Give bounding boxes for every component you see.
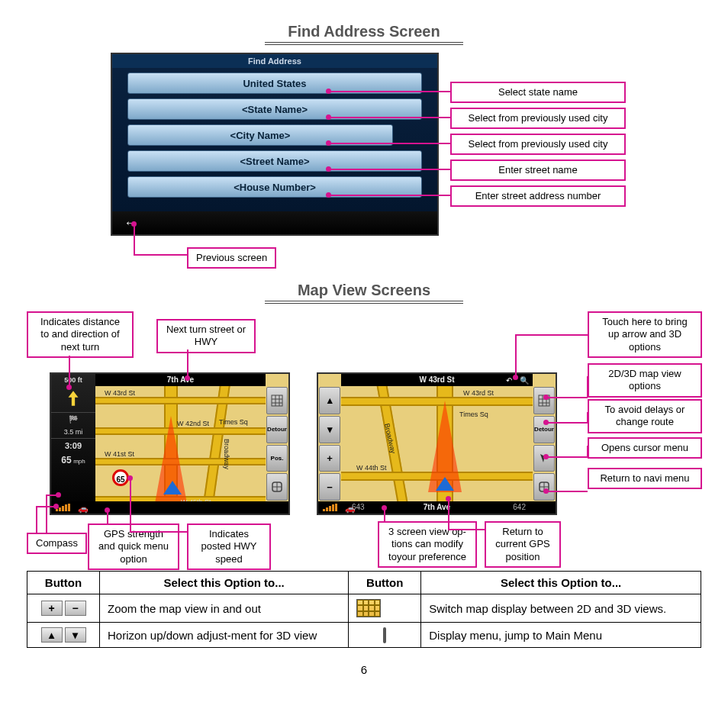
table-header-option: Select this Option to...	[100, 572, 349, 594]
current-time: 3:09	[51, 438, 95, 453]
zoom-desc: Zoom the map view in and out	[100, 594, 349, 623]
horizon-up-button[interactable]: ▴	[319, 387, 340, 414]
street-label: W 44th St	[356, 464, 387, 472]
menu-icon	[349, 623, 421, 648]
page-number: 6	[27, 663, 701, 676]
table-header-button: Button	[349, 572, 421, 594]
horizon-buttons-icon: ▴▾	[27, 623, 100, 648]
map-button-strip: Detour	[533, 386, 556, 501]
back-arrow-icon[interactable]: ←	[112, 211, 437, 234]
title-rule	[265, 42, 463, 45]
search-icon[interactable]: 🔍	[520, 376, 529, 385]
table-header-option: Select this Option to...	[421, 572, 701, 594]
position-button[interactable]: Pos.	[266, 445, 288, 472]
section-title-map-view: Map View Screens	[27, 282, 701, 299]
back-icon[interactable]: ↶	[506, 376, 512, 385]
turn-distance: 500 ft	[51, 374, 95, 386]
table-header-button: Button	[27, 572, 100, 594]
callout-2d3d: 2D/3D map view options	[588, 363, 702, 398]
callout-back: Previous screen	[187, 247, 276, 269]
route-distance: 3.5 mi	[51, 426, 95, 438]
zoom-buttons-icon: +−	[27, 594, 100, 623]
grid-view-icon	[349, 594, 421, 623]
callout-distance: Indicates distance to and direction of n…	[27, 311, 134, 358]
title-rule-2	[265, 301, 463, 304]
callout-state: Select state name	[450, 82, 626, 103]
callout-city2: Select from previously used city	[450, 134, 626, 155]
map-view-right[interactable]: W 43rd St Times Sq W 44th St Broadway W …	[317, 372, 557, 515]
street-label: Times Sq	[459, 411, 488, 418]
callout-compass: Compass	[27, 533, 87, 554]
map-view-block: 65 W 43rd St W 42nd St W 41st St Times S…	[27, 311, 701, 556]
callout-arrow3d: Touch here to bring up arrow and 3D opti…	[588, 311, 702, 358]
zoom-out-button[interactable]: −	[319, 473, 340, 501]
callout-cursor: Opens cursor menu	[588, 437, 702, 459]
coord-left: 643	[349, 501, 368, 514]
signal-bars-icon	[323, 504, 337, 511]
callout-street: Next turn street or HWY	[156, 319, 256, 353]
callout-detour: To avoid delays or change route	[588, 399, 702, 433]
grid-button[interactable]	[266, 387, 288, 414]
callout-house: Enter street address number	[450, 185, 626, 207]
speed-limit-sign: 65	[112, 469, 129, 486]
grid-desc: Switch map display between 2D and 3D vie…	[421, 594, 701, 623]
horizon-down-button[interactable]: ▾	[319, 416, 340, 443]
callout-street: Enter street name	[450, 159, 626, 181]
callout-speed: Indicates posted HWY speed	[187, 523, 271, 570]
button-reference-table: Button Select this Option to... Button S…	[27, 571, 701, 648]
horizon-desc: Horizon up/down adjust-ment for 3D view	[100, 623, 349, 648]
detour-button[interactable]: Detour	[266, 416, 288, 443]
bottom-strip[interactable]: 🚗	[51, 501, 288, 514]
speed-unit: mph	[73, 458, 85, 465]
coord-right: 642	[510, 501, 529, 514]
back-bar: ←	[112, 211, 437, 234]
menu-button[interactable]	[266, 473, 288, 501]
street-label: W 43rd St	[105, 389, 135, 397]
current-street-label: 7th Ave	[402, 501, 472, 514]
zoom-button-strip: ▴ ▾ + −	[318, 386, 341, 501]
section-title-find-address: Find Address Screen	[27, 23, 701, 40]
find-address-screen: Find Address United States <State Name> …	[111, 53, 439, 236]
callout-navimenu: Return to navi menu	[588, 468, 702, 489]
street-label: W 41st St	[105, 450, 134, 458]
callout-gpspos: Return to current GPS position	[485, 521, 561, 568]
map-view-left[interactable]: 65 W 43rd St W 42nd St W 41st St Times S…	[50, 372, 290, 515]
street-label: W 43rd St	[463, 389, 494, 397]
next-turn-street: 7th Ave	[95, 374, 266, 386]
svg-rect-0	[272, 395, 282, 406]
zoom-in-button[interactable]: +	[319, 445, 340, 472]
current-speed: 65	[61, 455, 71, 465]
map-button-strip: Detour Pos.	[266, 386, 288, 501]
callout-city1: Select from previously used city	[450, 108, 626, 129]
turn-arrow-icon	[63, 389, 83, 409]
menu-desc: Display menu, jump to Main Menu	[421, 623, 701, 648]
find-address-block: Find Address United States <State Name> …	[27, 53, 701, 282]
grid-button[interactable]	[533, 387, 555, 414]
street-label: Times Sq	[219, 418, 248, 426]
street-label: W 42nd St	[177, 420, 209, 427]
street-label: Broadway	[223, 439, 230, 469]
menu-button[interactable]	[533, 473, 555, 501]
screen-title-bar: Find Address	[112, 54, 437, 68]
